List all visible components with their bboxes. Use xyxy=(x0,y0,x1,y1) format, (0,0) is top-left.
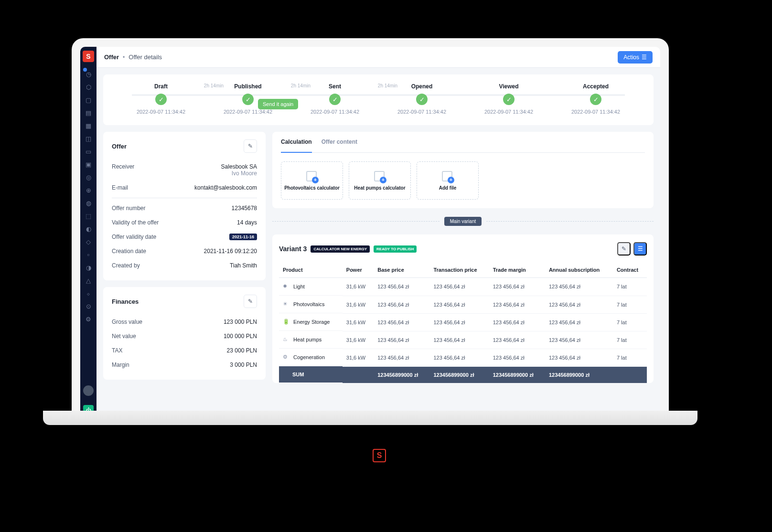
finances-card-title: Finances xyxy=(112,298,139,305)
edit-variant-button[interactable]: ✎ xyxy=(617,242,631,255)
tile-heat-pumps[interactable]: + Heat pumps calculator xyxy=(349,161,411,200)
nav-icon-12[interactable]: ⬚ xyxy=(85,212,92,220)
check-icon: ✓ xyxy=(329,94,341,105)
sum-row: SUM 123456899000 zł 123456899000 zł 1234… xyxy=(279,366,647,383)
timeline-step-viewed: Viewed ✓ 2022-09-07 11:34:42 xyxy=(465,83,552,115)
plus-icon: + xyxy=(312,177,319,183)
product-icon: ☀ xyxy=(283,301,290,308)
check-icon: ✓ xyxy=(155,94,167,105)
table-row: ⚙Cogeneration31,6 kW123 456,64 zł123 456… xyxy=(279,349,647,366)
nav-icon-13[interactable]: ◐ xyxy=(85,225,92,233)
timeline-step-draft: Draft ✓ 2022-09-07 11:34:42 2h 14min xyxy=(118,83,204,115)
table-row: 🔋Energy Storage31,6 kW123 456,64 zł123 4… xyxy=(279,313,647,331)
breadcrumb-page: Offer details xyxy=(129,53,162,61)
validity-date-badge: 2021-11-16 xyxy=(229,234,257,240)
timeline-step-sent: Sent Send it again ✓ 2022-09-07 11:34:42… xyxy=(291,83,378,115)
breadcrumb-sep: • xyxy=(123,54,125,61)
nav-icon-2[interactable]: ⬡ xyxy=(85,83,92,91)
table-row: ☀Photovoltaics31,6 kW123 456,64 zł123 45… xyxy=(279,296,647,313)
topbar: Offer • Offer details Actios☰ xyxy=(96,47,660,68)
nav-icon-6[interactable]: ◫ xyxy=(85,135,92,142)
nav-icon-19[interactable]: ⊙ xyxy=(85,302,92,310)
app-logo[interactable]: S xyxy=(83,51,94,62)
plus-icon: + xyxy=(448,177,454,183)
edit-offer-button[interactable]: ✎ xyxy=(244,139,257,153)
variant-title: Variant 3 xyxy=(279,245,307,253)
offer-timeline: Draft ✓ 2022-09-07 11:34:42 2h 14min Pub… xyxy=(103,74,654,125)
nav-icon-14[interactable]: ◇ xyxy=(85,238,92,245)
offer-card: Offer ✎ ReceiverSalesbook SAIvo Moore E-… xyxy=(103,132,266,280)
check-icon: ✓ xyxy=(590,94,601,105)
breadcrumb-root[interactable]: Offer xyxy=(104,53,119,61)
product-icon: ♨ xyxy=(283,336,290,343)
nav-icon-3[interactable]: ▢ xyxy=(85,96,92,104)
table-row: ✹Light31,6 kW123 456,64 zł123 456,64 zł1… xyxy=(279,278,647,296)
table-row: ♨Heat pumps31,6 kW123 456,64 zł123 456,6… xyxy=(279,331,647,349)
nav-icon-17[interactable]: △ xyxy=(85,277,92,284)
variant-table: Product Power Base price Transaction pri… xyxy=(279,262,647,383)
menu-icon: ☰ xyxy=(642,54,647,61)
nav-icon-7[interactable]: ▭ xyxy=(85,148,92,155)
timeline-step-accepted: Accepted ✓ 2022-09-07 11:34:42 xyxy=(552,83,639,115)
nav-icon-8[interactable]: ▣ xyxy=(85,160,92,168)
check-icon: ✓ xyxy=(416,94,428,105)
product-icon: ⚙ xyxy=(283,354,290,361)
notification-dot xyxy=(83,68,87,72)
nav-icon-15[interactable]: ▫ xyxy=(85,251,92,258)
timeline-step-opened: Opened ✓ 2022-09-07 11:34:42 xyxy=(378,83,465,115)
nav-icon-16[interactable]: ◑ xyxy=(85,264,92,271)
tile-photovoltaics[interactable]: + Photovoltaics calculator xyxy=(281,161,343,200)
user-avatar[interactable] xyxy=(83,385,94,396)
check-icon: ✓ xyxy=(503,94,515,105)
finances-card: Finances ✎ Gross value123 000 PLN Net va… xyxy=(103,287,266,380)
edit-finances-button[interactable]: ✎ xyxy=(244,295,257,308)
offer-card-title: Offer xyxy=(112,143,127,150)
tile-add-file[interactable]: + Add file xyxy=(417,161,479,200)
nav-icon-10[interactable]: ⊕ xyxy=(85,186,92,194)
nav-icon-9[interactable]: ◎ xyxy=(85,173,92,181)
nav-icon-18[interactable]: ⬦ xyxy=(85,289,92,297)
brand-mark-icon: S xyxy=(373,449,386,462)
plus-icon: + xyxy=(380,177,386,183)
actions-button[interactable]: Actios☰ xyxy=(618,51,653,64)
main-variant-divider: Main variant xyxy=(272,217,654,226)
sidebar: S ◷ ⬡ ▢ ▤ ▦ ◫ ▭ ▣ ◎ ⊕ ◍ ⬚ ◐ ◇ ▫ ◑ △ ⬦ ⊙ … xyxy=(80,47,96,420)
ready-to-publish-badge: READY TO PUBLISH xyxy=(374,245,417,253)
calculator-badge: CALCULATOR NEW ENERGY xyxy=(311,245,370,253)
product-icon: 🔋 xyxy=(283,319,290,325)
product-icon: ✹ xyxy=(283,283,290,290)
nav-icon-20[interactable]: ⚙ xyxy=(85,315,92,323)
variant-menu-button[interactable]: ☰ xyxy=(633,242,647,255)
check-icon: ✓ xyxy=(242,94,254,105)
nav-icon-5[interactable]: ▦ xyxy=(85,122,92,129)
tab-calculation[interactable]: Calculation xyxy=(281,132,312,153)
tab-offer-content[interactable]: Offer content xyxy=(322,132,357,152)
send-again-button[interactable]: Send it again xyxy=(258,99,298,109)
nav-icon-11[interactable]: ◍ xyxy=(85,199,92,207)
tabs-card: Calculation Offer content + Photovoltaic… xyxy=(272,132,654,208)
nav-icon-4[interactable]: ▤ xyxy=(85,109,92,117)
variant-card: Variant 3 CALCULATOR NEW ENERGY READY TO… xyxy=(272,234,654,383)
